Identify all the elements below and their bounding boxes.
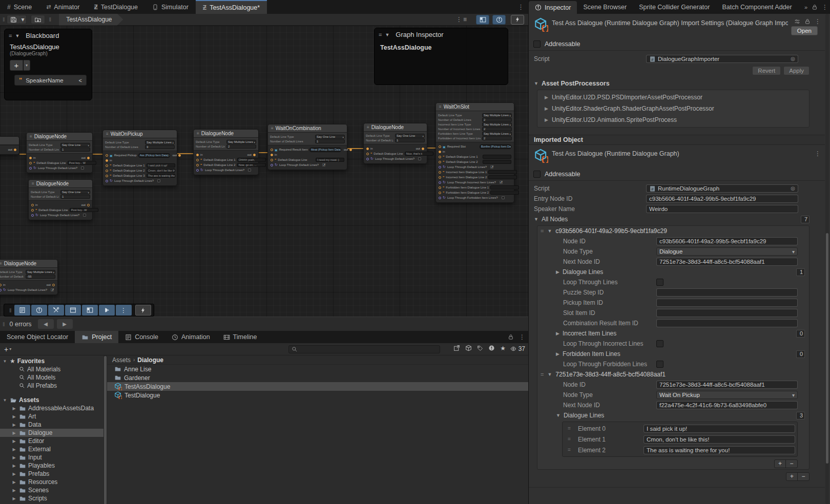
node-field-dropdown[interactable]: Say Multiple Lines <box>26 270 55 274</box>
node-field-value[interactable]: 2 <box>482 127 512 131</box>
drag-handle-icon[interactable]: ‖ <box>9 307 11 313</box>
inspector-tab-batch-component-adder[interactable]: Batch Component Adder <box>716 0 798 14</box>
value-checkbox[interactable] <box>656 279 663 286</box>
graph-node-dialoguenode[interactable]: ≡DialogueNodeDefault Line TypeSay One Li… <box>28 179 93 220</box>
line-value-field[interactable]: Ohhhh yeah, <box>237 158 266 162</box>
postprocessor-item[interactable]: ▶UnityEditor.ShaderGraph.ShaderGraphAsse… <box>537 103 809 114</box>
file-item-anne-lise[interactable]: Anne Lise <box>107 365 528 373</box>
input-port[interactable] <box>366 148 369 150</box>
line-port[interactable] <box>439 192 441 194</box>
bool-port[interactable] <box>439 197 441 199</box>
file-item-testdialogue[interactable]: {}TestDialogue <box>107 391 528 400</box>
loop-checkbox[interactable] <box>490 165 493 169</box>
save-button[interactable] <box>7 15 20 24</box>
node-field-dropdown[interactable]: Say One Line <box>60 143 90 147</box>
tree-item-scripts[interactable]: ▶Scripts <box>0 494 103 502</box>
open-button[interactable]: Open <box>791 26 818 35</box>
script-field[interactable]: #DialogueGraphImporter◎ <box>646 55 798 63</box>
tree-item-favorites[interactable]: ▼★Favorites <box>0 357 103 365</box>
output-port[interactable] <box>87 157 90 159</box>
drag-handle-icon[interactable]: = <box>568 436 571 442</box>
tree-arrow-icon[interactable]: ▶ <box>11 406 17 411</box>
graph-layout-toggle[interactable] <box>476 15 489 25</box>
tree-item-external[interactable]: ▶External <box>0 445 103 453</box>
loop-checkbox[interactable] <box>502 196 505 199</box>
line-value-field[interactable]: Post boy... W <box>68 161 96 165</box>
toggle-info-button[interactable] <box>31 305 47 316</box>
addressable-checkbox[interactable] <box>533 40 541 48</box>
line-value-field[interactable]: Now, go on, ... <box>237 163 266 167</box>
foldout[interactable]: ▶Dialogue Lines <box>537 268 603 276</box>
input-port[interactable] <box>31 204 34 206</box>
object-picker-icon[interactable]: ◎ <box>169 154 170 157</box>
doc-tab-scene[interactable]: #Scene <box>0 0 39 14</box>
node-collapse-icon[interactable]: ≡ <box>0 261 2 266</box>
line-port[interactable] <box>29 162 32 164</box>
value-checkbox[interactable] <box>656 361 663 368</box>
drag-handle-icon[interactable]: = <box>541 371 544 377</box>
inspector-tab-inspector[interactable]: Inspector <box>529 1 577 14</box>
tree-arrow-icon[interactable]: ▶ <box>11 431 17 435</box>
tree-item-input[interactable]: ▶Input <box>0 453 103 461</box>
add-element-button[interactable]: + <box>775 460 786 468</box>
tree-item-all-models[interactable]: All Models <box>0 373 103 382</box>
list-size-field[interactable]: 0 <box>796 330 805 338</box>
node-field-value[interactable]: -55 <box>26 275 55 279</box>
tree-scrollbar[interactable] <box>103 355 107 504</box>
breadcrumb-current[interactable]: Dialogue <box>137 356 163 364</box>
drag-handle-icon[interactable]: ‖ <box>3 16 4 23</box>
bottom-tab-animation[interactable]: Animation <box>165 331 217 343</box>
input-port[interactable] <box>439 151 441 153</box>
output-port[interactable] <box>349 149 352 151</box>
input-port[interactable] <box>29 157 32 159</box>
value-checkbox[interactable] <box>656 340 663 347</box>
toggle-layout-button[interactable] <box>82 305 98 316</box>
tree-arrow-icon[interactable]: ▶ <box>11 488 17 493</box>
line-value-field[interactable] <box>490 191 519 195</box>
line-value-field[interactable] <box>483 155 511 159</box>
tab-bar-kebab-icon[interactable]: ⋮ <box>517 3 524 11</box>
input-port[interactable] <box>196 154 199 156</box>
tree-arrow-icon[interactable]: ▶ <box>11 447 17 452</box>
bottom-tab-timeline[interactable]: Timeline <box>217 331 264 343</box>
save-dropdown-button[interactable]: ▾ <box>20 15 27 24</box>
line-value-field[interactable] <box>488 175 517 179</box>
overlay-menu-icon[interactable]: ⋮≡ <box>456 16 467 23</box>
line-port[interactable] <box>439 161 441 163</box>
field-dropdown[interactable]: Wait On Pickup <box>656 391 798 399</box>
kebab-icon[interactable]: ⋮ <box>822 4 828 11</box>
line-value-field[interactable] <box>488 170 517 174</box>
line-value-field[interactable]: I said pick it up! <box>147 163 175 167</box>
line-port[interactable] <box>31 209 34 212</box>
drag-handle-icon[interactable]: = <box>568 426 571 431</box>
input-port[interactable] <box>271 154 273 156</box>
tree-arrow-icon[interactable]: ▶ <box>11 439 17 444</box>
tree-item-art[interactable]: ▶Art <box>0 412 103 421</box>
all-nodes-count-field[interactable]: 7 <box>801 216 810 223</box>
file-item-gardener[interactable]: Gardener <box>107 373 528 382</box>
add-node-button[interactable]: + <box>786 473 798 480</box>
field-value[interactable]: 7251e73e-38d3-44ff-a8c5-bcf54088aaf1 <box>656 258 798 266</box>
node-field-value[interactable]: 1 <box>60 148 90 152</box>
graph-inspector-toggle[interactable] <box>492 15 506 25</box>
node-collapse-icon[interactable]: ≡ <box>439 104 442 109</box>
node-group-header[interactable]: =▼7251e73e-38d3-44ff-a8c5-bcf54088aaf1 <box>537 369 809 380</box>
element-value[interactable]: Cmon, don't be like this! <box>644 435 795 444</box>
postprocessor-item[interactable]: ▶UnityEditor.U2D.PSD.PSDImporterAssetPos… <box>537 92 809 103</box>
tree-arrow-icon[interactable]: ▶ <box>11 464 17 468</box>
doc-tab-animator[interactable]: ⇄Animator <box>39 0 87 14</box>
element-value[interactable]: The ass is waiting there for you! <box>644 446 795 454</box>
output-port[interactable] <box>87 204 90 206</box>
input-port[interactable] <box>106 159 108 162</box>
output-port[interactable] <box>178 154 181 157</box>
line-value-field[interactable]: I need my meat :) <box>316 158 344 162</box>
inspector-scrollbar[interactable] <box>825 14 829 504</box>
tree-arrow-icon[interactable]: ▼ <box>2 398 8 403</box>
graph-node-dialoguenode[interactable]: ≡DialogueNodeDefault Line TypeSay Multip… <box>193 129 259 175</box>
graph-node-rtnode[interactable]: ≡rtNodeerlaneout <box>0 136 19 155</box>
graph-breadcrumb[interactable]: TestAssDialogue <box>59 14 123 26</box>
tree-item-all-prefabs[interactable]: All Prefabs <box>0 382 103 390</box>
node-collapse-icon[interactable]: ≡ <box>271 126 274 131</box>
loop-checkbox[interactable] <box>83 214 86 217</box>
object-port[interactable] <box>271 149 273 151</box>
